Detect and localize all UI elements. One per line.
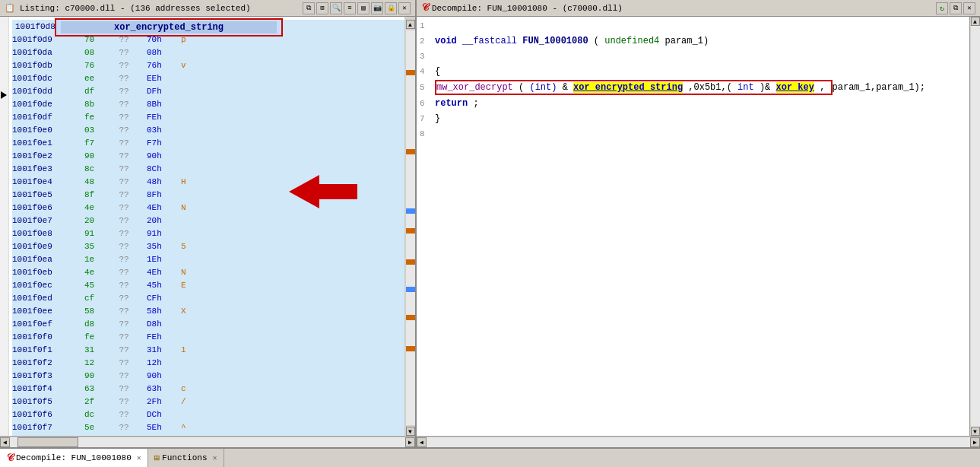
code-line-3: 3 (420, 49, 966, 64)
listing-row: 1001f0e7 20 ?? 20h (12, 214, 404, 227)
listing-row: 1001f0f3 90 ?? 90h (12, 369, 404, 382)
code-line-5: 5 mw_xor_decrypt ( (int) & xor_encrypted… (420, 79, 966, 96)
right-hscroll-right[interactable]: ▶ (970, 437, 980, 447)
listing-row: 1001f0e1 f7 ?? F7h (12, 136, 404, 149)
code-line-2: 2 void __fastcall FUN_10001080 ( undefin… (420, 33, 966, 49)
code-line-7: 7 } (420, 111, 966, 126)
toolbar-list1[interactable]: ≡ (344, 2, 356, 14)
decompile-close-icon[interactable]: ✕ (963, 2, 975, 14)
listing-row: 1001f0e8 91 ?? 91h (12, 227, 404, 240)
scrollbar-bottom-btn[interactable]: ▼ (406, 427, 415, 436)
hscroll-right-btn[interactable]: ▶ (405, 437, 415, 447)
listing-row: 1001f0eb 4e ?? 4Eh N (12, 265, 404, 278)
xor-encrypted-box: xor_encrypted_string (55, 18, 283, 37)
toolbar-capture[interactable]: 📷 (371, 2, 383, 14)
decompile-icon: 𝒞 (421, 2, 429, 14)
toolbar-copy1[interactable]: ⧉ (303, 2, 315, 14)
code-line-6: 6 return ; (420, 96, 966, 111)
functions-tab-label: Functions (162, 453, 207, 462)
listing-row: 1001f0ef d8 ?? D8h (12, 317, 404, 330)
listing-row: 1001f0ed cf ?? CFh (12, 291, 404, 304)
listing-row: 1001f0e9 35 ?? 35h 5 (12, 240, 404, 253)
listing-row: 1001f0dc ee ?? EEh (12, 71, 404, 84)
listing-row: 1001f0f1 31 ?? 31h 1 (12, 343, 404, 356)
listing-icon: 📋 (5, 3, 15, 13)
functions-tab-icon: ⊞ (154, 453, 160, 464)
listing-row: 1001f0de 8b ?? 8Bh (12, 97, 404, 110)
listing-row: 1001f0e2 90 ?? 90h (12, 149, 404, 162)
listing-row: 1001f0ee 58 ?? 58h X (12, 304, 404, 317)
listing-row: 1001f0e3 8c ?? 8Ch (12, 162, 404, 175)
right-vscroll-bottom[interactable]: ▼ (971, 427, 980, 436)
toolbar-copy2[interactable]: ⊞ (316, 2, 328, 14)
tab-functions[interactable]: ⊞ Functions ✕ (148, 449, 224, 467)
svg-marker-0 (289, 175, 357, 208)
listing-rows-container: 1001f0d8 8c ?? 8Ch 1001f0d9 70 ?? 70h p (9, 17, 404, 436)
listing-row: 1001f0f6 dc ?? DCh (12, 408, 404, 421)
hscroll-left-btn[interactable]: ◀ (0, 437, 10, 447)
code-line-8: 8 (420, 126, 966, 141)
decompile-copy-icon[interactable]: ⧉ (950, 2, 962, 14)
listing-row: 1001f0f7 5e ?? 5Eh ^ (12, 421, 404, 434)
toolbar-close[interactable]: ✕ (398, 2, 411, 14)
listing-row: 1001f0f0 fe ?? FEh (12, 330, 404, 343)
tab-decompile-fun10001080[interactable]: 𝒞 Decompile: FUN_10001080 ✕ (0, 449, 148, 467)
toolbar-search[interactable]: 🔍 (330, 2, 342, 14)
right-hscroll-left[interactable]: ◀ (417, 437, 427, 447)
listing-row: 1001f0f5 2f ?? 2Fh / (12, 395, 404, 408)
toolbar-list2[interactable]: ▤ (357, 2, 369, 14)
right-vscroll-top[interactable]: ▲ (971, 17, 980, 26)
listing-row: 1001f0dd df ?? DFh (12, 84, 404, 97)
decompile-tab-close[interactable]: ✕ (137, 453, 141, 462)
scrollbar-top-btn[interactable]: ▲ (406, 20, 415, 29)
toolbar-lock[interactable]: 🔒 (385, 2, 397, 14)
listing-row: 1001f0e0 03 ?? 03h (12, 123, 404, 136)
decompile-refresh-icon[interactable]: ↻ (936, 2, 948, 14)
listing-row: 1001f0f4 63 ?? 63h c (12, 382, 404, 395)
code-line-1: 1 (420, 18, 966, 33)
xor-box-title: xor_encrypted_string (61, 21, 277, 33)
decompile-tab-label: Decompile: FUN_10001080 (16, 453, 132, 462)
listing-row: 1001f0ec 45 ?? 45h E (12, 278, 404, 291)
listing-row: 1001f0f8 d0 ?? D0h (12, 434, 404, 436)
cursor-arrow (1, 91, 7, 99)
red-arrow (289, 175, 357, 208)
decompile-title: Decompile: FUN_10001080 - (c70000.dll) (432, 4, 623, 13)
listing-row: 1001f0ea 1e ?? 1Eh (12, 253, 404, 265)
functions-tab-close[interactable]: ✕ (213, 453, 217, 462)
code-line-4: 4 { (420, 64, 966, 79)
listing-title: Listing: c70000.dll - (136 addresses sel… (20, 4, 298, 13)
decompile-tab-icon: 𝒞 (6, 453, 14, 464)
toolbar-icons: ⧉ ⊞ 🔍 ≡ ▤ 📷 🔒 ✕ (303, 2, 411, 14)
listing-row: 1001f0db 76 ?? 76h v (12, 59, 404, 71)
listing-row: 1001f0f2 12 ?? 12h (12, 356, 404, 369)
listing-row: 1001f0da 08 ?? 08h (12, 46, 404, 59)
listing-row: 1001f0df fe ?? FEh (12, 110, 404, 123)
